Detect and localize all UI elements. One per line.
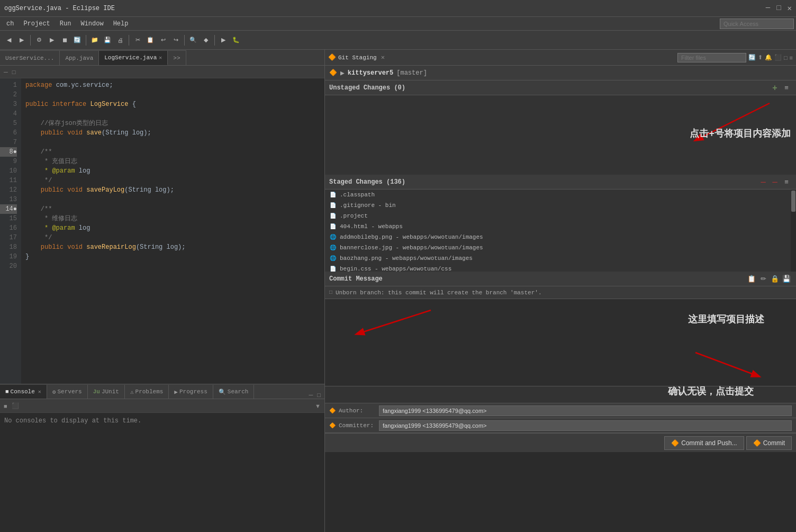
menu-project[interactable]: Project [19,19,54,29]
svg-line-2 [695,353,759,376]
author-input[interactable] [379,405,792,416]
editor-maximize-btn[interactable]: □ [11,68,17,76]
bottom-tab-servers[interactable]: ⚙ Servers [47,385,88,399]
bottom-maximize-btn[interactable]: □ [315,391,322,399]
ln-6: 6 [0,128,17,138]
commit-button[interactable]: 🔶 Commit [746,436,792,450]
git-filter-input[interactable] [677,53,746,62]
staged-remove-all-btn[interactable]: ─ [758,177,768,187]
toolbar-btn-2[interactable]: ▶ [46,34,58,46]
unstaged-menu-btn[interactable]: ≡ [781,83,792,93]
ln-18: 18 [0,242,17,252]
menu-run[interactable]: Run [56,19,76,29]
console-btn-3[interactable]: ▼ [313,402,322,410]
ln-10: 10 [0,166,17,176]
commit-msg-btn-2[interactable]: ✏ [758,274,768,284]
bottom-tab-progress[interactable]: ▶ Progress [169,385,213,399]
file-item-project[interactable]: 📄 .project [325,211,796,221]
git-filter-btn-3[interactable]: 🔔 [765,54,772,61]
toolbar-btn-15[interactable]: 🐛 [230,34,242,46]
staged-remove-btn[interactable]: ─ [770,177,780,187]
editor-minimize-btn[interactable]: ─ [2,68,10,76]
console-btn-1[interactable]: ■ [2,402,9,410]
toolbar-btn-10[interactable]: ↩ [157,34,169,46]
code-line-18: public void saveRepairLog(String log); [25,242,320,252]
file-icon-project: 📄 [329,213,337,219]
bottom-tab-problems[interactable]: ⚠ Problems [125,385,169,399]
tab-logservice[interactable]: LogService.java ✕ [99,50,168,65]
toolbar-back-btn[interactable]: ◀ [3,34,15,46]
file-item-baozhang[interactable]: 🌐 baozhang.png - webapps/wowotuan/images [325,253,796,264]
code-line-3: public interface LogService { [25,100,320,109]
maximize-button[interactable]: □ [776,4,781,13]
toolbar-btn-1[interactable]: ⚙ [33,34,45,46]
menu-ch[interactable]: ch [2,19,18,29]
code-line-12: public void savePayLog(String log); [25,185,320,195]
toolbar-btn-11[interactable]: ↪ [170,34,182,46]
staged-scrollbar[interactable] [791,190,796,272]
tab-userservice[interactable]: UserService... [0,50,60,65]
file-item-classpath[interactable]: 📄 .classpath [325,190,796,200]
window-controls: ─ □ ✕ [766,4,792,13]
file-item-bannerclose[interactable]: 🌐 bannerclose.jpg - webapps/wowotuan/ima… [325,242,796,253]
servers-label: Servers [57,389,82,395]
commit-msg-title: Commit Message [329,275,383,283]
commit-and-push-button[interactable]: 🔶 Commit and Push... [664,436,744,450]
toolbar-btn-3[interactable]: ◼ [59,34,70,46]
tab-label-userservice: UserService... [5,55,54,61]
console-label: Console [11,389,35,395]
toolbar-forward-btn[interactable]: ▶ [16,34,28,46]
bottom-tab-console[interactable]: ■ Console ✕ [0,385,47,399]
toolbar-btn-9[interactable]: 📋 [144,34,156,46]
git-maximize-btn[interactable]: □ [784,55,788,61]
toolbar-btn-7[interactable]: 🖨 [114,34,126,46]
file-item-gitignore[interactable]: 📄 .gitignore - bin [325,200,796,211]
commit-msg-btn-1[interactable]: 📋 [746,274,757,284]
tab-close-logservice[interactable]: ✕ [159,55,162,61]
file-item-begin[interactable]: 📄 begin.css - webapps/wowotuan/css [325,264,796,272]
git-filter-btn-4[interactable]: ⬛ [774,54,782,61]
code-content[interactable]: package com.yc.service; public interface… [21,78,324,384]
staged-menu-btn[interactable]: ≡ [781,177,792,187]
close-button[interactable]: ✕ [788,4,792,13]
toolbar-btn-13[interactable]: ◆ [200,34,212,46]
commit-msg-btn-4[interactable]: 💾 [781,274,792,284]
git-filter-btn-2[interactable]: ⬆ [758,54,763,61]
commit-msg-actions: 📋 ✏ 🔒 💾 [746,274,792,284]
tab-appjava[interactable]: App.java [60,50,99,65]
git-tab-close[interactable]: ✕ [381,53,385,61]
commit-msg-btn-3[interactable]: 🔒 [770,274,780,284]
console-close[interactable]: ✕ [38,389,41,395]
committer-icon: 🔶 [329,422,336,429]
console-content: No consoles to display at this time. [0,413,324,429]
file-icon-bannerclose: 🌐 [329,245,337,251]
ln-16: 16 [0,223,17,233]
toolbar-btn-8[interactable]: ✂ [132,34,143,46]
editor-scroll: 1 2 3 4 5 6 7 8● 9 10 11 12 13 14● 15 16 [0,78,324,384]
git-filter-btn-1[interactable]: 🔄 [748,54,756,61]
toolbar-btn-6[interactable]: 💾 [102,34,113,46]
unstaged-actions: + ≡ [770,83,792,93]
file-item-addmobile[interactable]: 🌐 addmobilebg.png - webapps/wowotuan/ima… [325,232,796,242]
bottom-minimize-btn[interactable]: ─ [307,391,315,399]
minimize-button[interactable]: ─ [766,4,770,13]
toolbar-btn-5[interactable]: 📁 [89,34,101,46]
tab-more[interactable]: >> [168,50,186,65]
commit-push-icon: 🔶 [671,439,679,447]
quick-access-input[interactable] [720,19,794,29]
menu-help[interactable]: Help [109,19,133,29]
toolbar-btn-14[interactable]: ▶ [218,34,229,46]
bottom-tab-junit[interactable]: Ju JUnit [88,385,125,399]
git-menu-btn[interactable]: ≡ [790,55,793,61]
file-item-404[interactable]: 📄 404.html - webapps [325,221,796,232]
toolbar-btn-12[interactable]: 🔍 [187,34,199,46]
committer-input[interactable] [379,420,792,431]
toolbar-btn-4[interactable]: 🔄 [71,34,83,46]
bottom-panel: ■ Console ✕ ⚙ Servers Ju JUnit ⚠ Problem… [0,384,324,532]
console-btn-2[interactable]: ⬛ [10,402,21,410]
bottom-tab-search[interactable]: 🔍 Search [213,385,255,399]
git-staging-tab[interactable]: 🔶 Git Staging ✕ [328,53,385,61]
ln-19: 19 [0,252,17,262]
unstaged-add-btn[interactable]: + [770,83,780,93]
menu-window[interactable]: Window [76,19,107,29]
